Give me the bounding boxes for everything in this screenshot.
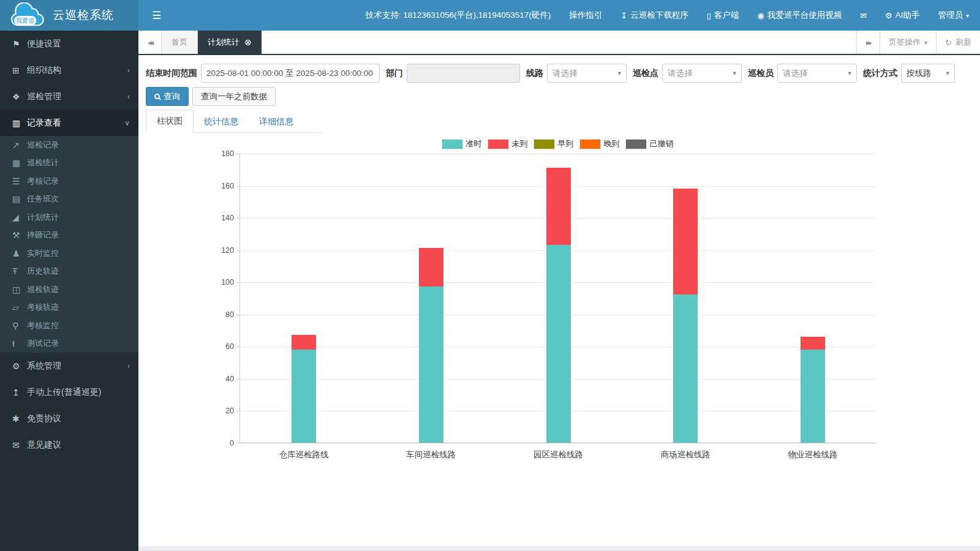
stat-method-value: 按线路 <box>907 68 932 79</box>
point-select-value: 请选择 <box>668 68 693 79</box>
sidebar-item-inspection-records[interactable]: ↗巡检记录 <box>0 136 138 154</box>
sidebar-item-label: 记录查看 <box>27 118 61 129</box>
legend-item[interactable]: 晚到 <box>580 138 620 149</box>
content-tab-bar-chart[interactable]: 柱状图 <box>146 110 194 133</box>
navbar-item-label: 客户端 <box>714 10 739 21</box>
query-old-data-button[interactable]: 查询一年之前数据 <box>192 87 276 106</box>
point-select[interactable]: 请选择 ▾ <box>662 64 742 83</box>
legend-item[interactable]: 早到 <box>534 138 574 149</box>
sidebar-item-test-records[interactable]: ŧ测试记录 <box>0 335 138 353</box>
sidebar-item-history-track[interactable]: Ŧ历史轨迹 <box>0 263 138 281</box>
line-label: 线路 <box>526 68 543 79</box>
sidebar-item-inspection-management[interactable]: ❖巡检管理‹ <box>0 83 138 110</box>
sidebar-item-label: 巡检统计 <box>27 157 59 168</box>
sidebar-item-label: 摔砸记录 <box>27 230 59 241</box>
legend-item[interactable]: 已撤销 <box>626 138 674 149</box>
navbar-item-ai-assistant[interactable]: ⚙AI助手 <box>885 10 919 21</box>
sidebar-item-assessment-records[interactable]: ☰考核记录 <box>0 172 138 190</box>
sidebar-item-label: 手动上传(普通巡更) <box>27 387 101 398</box>
content-tab-stats-info[interactable]: 统计信息 <box>194 111 249 133</box>
legend-item[interactable]: 未到 <box>488 138 528 149</box>
upload-icon: ↥ <box>12 388 27 397</box>
map-marker-icon: ⚲ <box>12 321 27 331</box>
sidebar-item-assessment-monitor[interactable]: ⚲考核监控 <box>0 317 138 335</box>
y-tick-label: 160 <box>207 182 234 190</box>
navbar-item-download-app[interactable]: ↧云巡检下载程序 <box>620 10 688 21</box>
y-tick-label: 100 <box>207 278 234 287</box>
department-input[interactable] <box>407 64 520 83</box>
sidebar-item-quick-settings[interactable]: ⚑便捷设置 <box>0 31 138 57</box>
tabs-scroll-right-icon[interactable]: ▸▸ <box>856 31 880 54</box>
caret-down-icon: ▾ <box>924 39 927 46</box>
navbar-item-admin-menu[interactable]: 管理员▾ <box>938 10 969 21</box>
bar-segment-准时 <box>801 350 825 443</box>
sidebar-item-inspection-track[interactable]: ◫巡检轨迹 <box>0 280 138 299</box>
sidebar-item-task-shifts[interactable]: ▤任务班次 <box>0 190 138 209</box>
sidebar-item-plan-stats[interactable]: ◢计划统计 <box>0 208 138 227</box>
signpost-icon: Ŧ <box>12 266 27 276</box>
sidebar-item-disclaimer[interactable]: ✱免责协议 <box>0 405 138 432</box>
navbar-item-messages[interactable]: ✉ <box>860 11 867 20</box>
navbar-item-client[interactable]: ▯客户端 <box>707 10 739 21</box>
sidebar-item-manual-upload[interactable]: ↥手动上传(普通巡更) <box>0 379 138 405</box>
person-select-value: 请选择 <box>783 68 808 79</box>
y-tick-label: 80 <box>207 310 234 319</box>
logo-text: 我爱巡 <box>15 17 34 24</box>
refresh-button[interactable]: ↻ 刷新 <box>936 31 980 54</box>
test-icon: ŧ <box>12 339 27 348</box>
legend-item[interactable]: 准时 <box>442 138 482 149</box>
map-outline-icon: ▱ <box>12 302 27 312</box>
time-range-input[interactable]: 2025-08-01 00:00:00 至 2025-08-23 00:00:0… <box>201 64 380 83</box>
department-label: 部门 <box>386 68 403 79</box>
content-tab-detail-info[interactable]: 详细信息 <box>249 111 304 133</box>
chart-legend: 准时未到早到晚到已撤销 <box>239 138 876 149</box>
y-tick-label: 140 <box>207 214 234 222</box>
page-tab-plan-stats[interactable]: 计划统计⊗ <box>198 31 262 54</box>
envelope-icon: ✉ <box>860 11 867 20</box>
navbar-item-operation-guide[interactable]: 操作指引 <box>569 10 602 21</box>
y-tick-mark <box>236 218 240 219</box>
line-select[interactable]: 请选择 ▾ <box>547 64 627 83</box>
chevron-left-icon: ‹ <box>127 92 130 101</box>
sidebar-item-label: 便捷设置 <box>27 39 61 50</box>
page-tab-home[interactable]: 首页 <box>162 31 198 54</box>
query-button[interactable]: 查询 <box>146 87 189 106</box>
sidebar-item-record-view[interactable]: ▥记录查看∨ <box>0 110 138 136</box>
sidebar-item-label: 测试记录 <box>27 338 59 349</box>
y-tick-mark <box>236 379 240 380</box>
query-old-data-label: 查询一年之前数据 <box>201 91 267 102</box>
y-tick-label: 40 <box>207 375 234 383</box>
sidebar-toggle-icon[interactable]: ☰ <box>147 7 166 24</box>
person-select[interactable]: 请选择 ▾ <box>777 64 857 83</box>
horizontal-scrollbar[interactable] <box>138 546 980 551</box>
y-tick-label: 20 <box>207 407 234 415</box>
sidebar-item-org-structure[interactable]: ⊞组织结构‹ <box>0 57 138 83</box>
sidebar-item-inspection-stats[interactable]: ▦巡检统计 <box>0 154 138 173</box>
line-select-value: 请选择 <box>552 68 578 79</box>
refresh-icon: ↻ <box>945 38 952 47</box>
top-navbar: ☰ 技术支持: 18123631056(平台),18194053517(硬件) … <box>138 0 980 31</box>
tab-operations-button[interactable]: 页签操作 ▾ <box>880 31 936 54</box>
navbar-item-label: 管理员 <box>938 10 963 21</box>
caret-down-icon: ▾ <box>733 69 736 77</box>
tab-operations-label: 页签操作 <box>889 37 921 48</box>
navbar-item-platform-video[interactable]: ◉我爱巡平台使用视频 <box>757 10 842 21</box>
sidebar-item-feedback[interactable]: ✉意见建议 <box>0 432 138 458</box>
sidebar-item-label: 系统管理 <box>27 361 61 372</box>
tabs-scroll-left-icon[interactable]: ◂◂ <box>138 31 162 54</box>
close-tab-icon[interactable]: ⊗ <box>244 37 252 47</box>
sidebar-item-system-management[interactable]: ⚙系统管理‹ <box>0 353 138 379</box>
sidebar-item-smash-records[interactable]: ⚒摔砸记录 <box>0 227 138 245</box>
query-button-label: 查询 <box>164 91 180 102</box>
y-tick-label: 0 <box>207 439 234 448</box>
caret-down-icon: ▾ <box>848 69 851 77</box>
envelope-icon: ✉ <box>12 440 27 450</box>
app-root: 我爱巡 云巡检系统 ☰ 技术支持: 18123631056(平台),181940… <box>0 0 980 551</box>
bar-chart-icon: ▥ <box>12 118 27 128</box>
y-tick-label: 180 <box>207 149 234 158</box>
stat-method-select[interactable]: 按线路 ▾ <box>901 64 955 83</box>
mobile-icon: ▯ <box>707 11 711 20</box>
sidebar-item-assessment-track[interactable]: ▱考核轨迹 <box>0 299 138 317</box>
sidebar-item-realtime-monitor[interactable]: ♟实时监控 <box>0 244 138 263</box>
navbar-item-label: AI助手 <box>895 10 920 21</box>
